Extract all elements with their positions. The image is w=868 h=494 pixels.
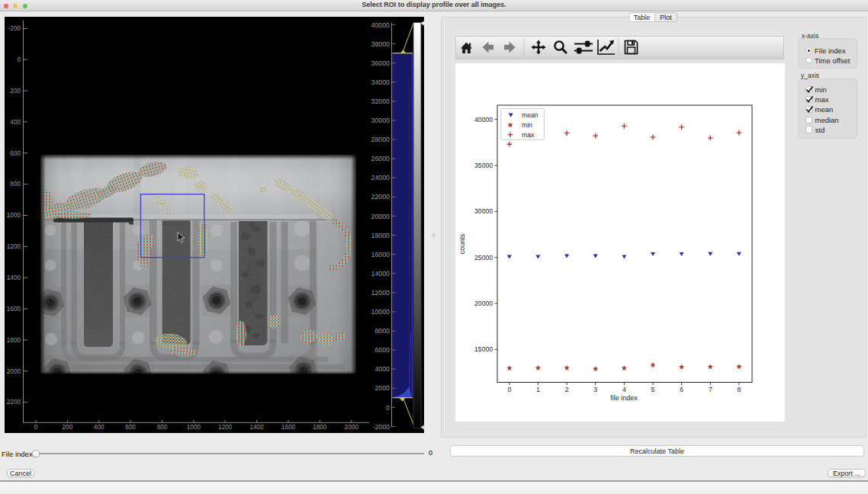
svg-text:18000: 18000 bbox=[371, 232, 391, 239]
svg-text:1800: 1800 bbox=[313, 424, 327, 431]
svg-text:36000: 36000 bbox=[371, 59, 391, 67]
svg-text:22000: 22000 bbox=[371, 193, 391, 200]
svg-text:3: 3 bbox=[593, 386, 597, 393]
svg-text:200: 200 bbox=[10, 88, 21, 95]
svg-text:8000: 8000 bbox=[375, 327, 390, 335]
svg-text:0: 0 bbox=[386, 404, 390, 412]
svg-text:mean: mean bbox=[522, 111, 538, 119]
svg-text:28000: 28000 bbox=[371, 136, 391, 143]
svg-text:5: 5 bbox=[651, 386, 655, 393]
svg-text:1400: 1400 bbox=[249, 424, 264, 431]
svg-text:max: max bbox=[522, 131, 535, 139]
svg-text:20000: 20000 bbox=[474, 300, 493, 307]
svg-text:1600: 1600 bbox=[7, 306, 21, 313]
svg-text:-200: -200 bbox=[8, 25, 21, 32]
svg-text:1: 1 bbox=[536, 386, 540, 393]
svg-text:600: 600 bbox=[10, 150, 21, 157]
svg-text:file index: file index bbox=[610, 394, 638, 402]
svg-text:1400: 1400 bbox=[7, 274, 21, 281]
svg-text:25000: 25000 bbox=[474, 254, 493, 261]
svg-text:15000: 15000 bbox=[474, 345, 493, 353]
svg-text:10000: 10000 bbox=[371, 308, 391, 316]
svg-text:400: 400 bbox=[94, 424, 104, 431]
svg-text:counts: counts bbox=[458, 233, 466, 254]
svg-text:6000: 6000 bbox=[375, 346, 390, 354]
svg-text:16000: 16000 bbox=[371, 251, 391, 258]
svg-text:1200: 1200 bbox=[7, 243, 21, 250]
svg-text:1000: 1000 bbox=[187, 424, 201, 431]
svg-text:40000: 40000 bbox=[474, 116, 493, 124]
svg-text:0: 0 bbox=[17, 56, 21, 63]
svg-text:7: 7 bbox=[709, 386, 712, 393]
svg-text:400: 400 bbox=[10, 119, 21, 126]
svg-text:2000: 2000 bbox=[345, 424, 359, 431]
svg-text:200: 200 bbox=[63, 424, 73, 431]
svg-text:30000: 30000 bbox=[371, 117, 391, 124]
svg-text:8: 8 bbox=[738, 386, 741, 393]
svg-text:800: 800 bbox=[10, 181, 21, 188]
svg-text:2000: 2000 bbox=[375, 384, 390, 392]
svg-text:30000: 30000 bbox=[474, 207, 493, 215]
svg-text:26000: 26000 bbox=[371, 155, 391, 162]
svg-text:4: 4 bbox=[622, 386, 626, 393]
svg-text:0: 0 bbox=[34, 424, 38, 431]
svg-text:2200: 2200 bbox=[7, 399, 21, 406]
svg-text:34000: 34000 bbox=[371, 79, 391, 86]
svg-text:40000: 40000 bbox=[371, 21, 391, 29]
svg-text:6: 6 bbox=[680, 386, 683, 393]
svg-text:0: 0 bbox=[507, 386, 511, 393]
svg-text:24000: 24000 bbox=[371, 174, 391, 181]
svg-text:12000: 12000 bbox=[371, 289, 391, 297]
svg-text:2000: 2000 bbox=[7, 368, 21, 375]
svg-text:35000: 35000 bbox=[474, 162, 493, 169]
svg-text:800: 800 bbox=[157, 424, 168, 431]
svg-text:1000: 1000 bbox=[7, 212, 21, 219]
svg-text:20000: 20000 bbox=[371, 213, 391, 220]
svg-text:min: min bbox=[522, 121, 532, 129]
svg-text:14000: 14000 bbox=[371, 270, 391, 277]
svg-text:-2000: -2000 bbox=[373, 423, 391, 431]
svg-text:1200: 1200 bbox=[218, 424, 233, 431]
svg-text:600: 600 bbox=[125, 424, 136, 431]
svg-text:38000: 38000 bbox=[371, 40, 391, 48]
svg-text:1600: 1600 bbox=[281, 424, 296, 431]
svg-text:4000: 4000 bbox=[375, 365, 390, 373]
svg-text:32000: 32000 bbox=[371, 98, 391, 105]
svg-text:2: 2 bbox=[565, 386, 569, 393]
svg-text:1800: 1800 bbox=[7, 337, 21, 344]
